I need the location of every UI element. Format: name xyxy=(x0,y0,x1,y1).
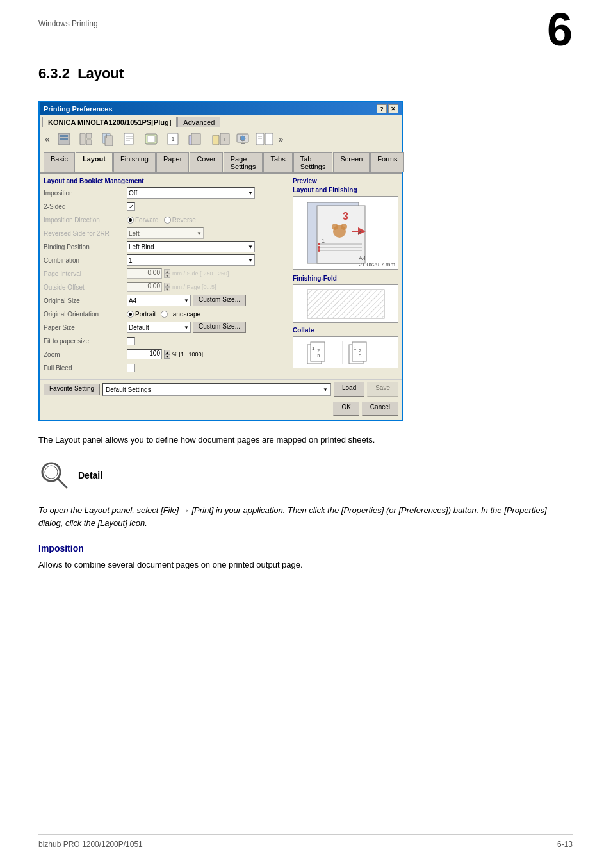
original-orientation-label: Original Orientation xyxy=(44,311,127,318)
dialog-footer-row2: OK Cancel xyxy=(40,399,402,420)
forms-icon[interactable] xyxy=(254,130,275,148)
tab-finishing[interactable]: Finishing xyxy=(113,152,156,172)
svg-rect-2 xyxy=(60,138,68,140)
combination-control: 1▼ xyxy=(127,254,289,266)
layout-icon[interactable] xyxy=(76,130,96,148)
full-bleed-checkbox[interactable] xyxy=(127,364,135,372)
svg-point-24 xyxy=(240,136,245,141)
outside-offset-input[interactable]: 0.00 xyxy=(127,282,162,292)
advanced-tab[interactable]: Advanced xyxy=(177,117,220,127)
save-button[interactable]: Save xyxy=(367,382,398,397)
basic-icon[interactable] xyxy=(54,130,74,148)
outside-offset-down[interactable]: ▼ xyxy=(164,287,170,291)
ok-button[interactable]: OK xyxy=(333,402,359,416)
fit-to-paper-row: Fit to paper size xyxy=(44,335,289,347)
page-footer: bizhub PRO 1200/1200P/1051 6-13 xyxy=(38,834,573,849)
svg-point-33 xyxy=(332,224,338,230)
load-button[interactable]: Load xyxy=(334,382,364,397)
svg-rect-9 xyxy=(124,133,133,145)
binding-position-row: Binding Position Left Bind▼ xyxy=(44,241,289,252)
printing-preferences-dialog: Printing Preferences ? ✕ KONICA MINOLTA1… xyxy=(38,101,573,421)
svg-text:1: 1 xyxy=(354,345,357,351)
body-text: The Layout panel allows you to define ho… xyxy=(38,434,573,446)
tab-tabs[interactable]: Tabs xyxy=(263,152,292,172)
full-bleed-control xyxy=(127,364,289,372)
forward-radio[interactable]: Forward xyxy=(127,217,159,224)
two-sided-checkbox[interactable]: ✓ xyxy=(127,202,135,211)
imposition-select[interactable]: Off▼ xyxy=(127,187,255,199)
svg-point-43 xyxy=(318,249,320,252)
svg-text:3: 3 xyxy=(359,353,362,359)
paper-icon[interactable] xyxy=(119,130,140,148)
combination-select[interactable]: 1▼ xyxy=(127,254,255,266)
zoom-control: 100 ▲ ▼ % [1...1000] xyxy=(127,349,289,359)
svg-rect-45 xyxy=(307,290,384,318)
tab-cover[interactable]: Cover xyxy=(190,152,222,172)
collate-box: 1 2 3 1 2 3 xyxy=(293,336,398,368)
icon-toolbar: « 1 xyxy=(40,127,402,151)
reverse-radio[interactable]: Reverse xyxy=(164,217,196,224)
original-size-custom-btn[interactable]: Custom Size... xyxy=(193,295,246,306)
zoom-down[interactable]: ▼ xyxy=(164,354,170,359)
tab-forms[interactable]: Forms xyxy=(370,152,404,172)
page-interval-control: 0.00 ▲ ▼ mm / Side [-250...250] xyxy=(127,268,289,279)
footer-left: bizhub PRO 1200/1200P/1051 xyxy=(38,840,143,849)
fit-to-paper-checkbox[interactable] xyxy=(127,337,135,345)
header-text: Windows Printing xyxy=(38,19,98,28)
tab-layout[interactable]: Layout xyxy=(76,152,113,172)
paper-size-select[interactable]: Default▼ xyxy=(127,322,191,333)
portrait-radio[interactable]: Portrait xyxy=(127,311,156,318)
reversed-side-select[interactable]: Left▼ xyxy=(127,227,204,239)
page-interval-label: Page Interval xyxy=(44,270,127,277)
detail-icon-row: Detail xyxy=(38,459,573,491)
imposition-direction-label: Imposition Direction xyxy=(44,217,127,224)
imposition-label: Imposition xyxy=(44,190,127,197)
preview-box: 3 xyxy=(293,196,398,270)
tab-paper[interactable]: Paper xyxy=(156,152,189,172)
page-interval-down[interactable]: ▼ xyxy=(164,274,170,278)
imposition-direction-control: Forward Reverse xyxy=(127,217,289,224)
favorite-setting-btn[interactable]: Favorite Setting xyxy=(44,384,100,395)
a4-label: A421.0x29.7 mm xyxy=(359,255,395,268)
chapter-number: 6 xyxy=(547,6,573,53)
original-size-select[interactable]: A4▼ xyxy=(127,295,191,306)
outside-offset-up[interactable]: ▲ xyxy=(164,283,170,287)
binding-position-select[interactable]: Left Bind▼ xyxy=(127,241,255,252)
zoom-input[interactable]: 100 xyxy=(127,349,162,359)
landscape-radio[interactable]: Landscape xyxy=(161,311,200,318)
tabs-icon[interactable] xyxy=(184,130,205,148)
paper-size-row: Paper Size Default▼ Custom Size... xyxy=(44,322,289,333)
help-button[interactable]: ? xyxy=(377,104,387,113)
screen-icon[interactable] xyxy=(232,130,253,148)
close-button[interactable]: ✕ xyxy=(388,104,398,113)
reversed-side-label: Reversed Side for 2RR xyxy=(44,230,127,237)
tab-settings-icon[interactable]: T xyxy=(211,130,231,148)
toolbar-forward-arrow[interactable]: » xyxy=(276,133,286,145)
dialog-right-panel: Preview Layout and Finishing 3 xyxy=(293,177,398,375)
favorite-select[interactable]: Default Settings▼ xyxy=(102,383,331,396)
svg-text:1: 1 xyxy=(312,345,315,351)
tab-screen[interactable]: Screen xyxy=(333,152,370,172)
zoom-up[interactable]: ▲ xyxy=(164,350,170,354)
cancel-button[interactable]: Cancel xyxy=(362,402,398,416)
tab-basic[interactable]: Basic xyxy=(44,152,75,172)
tab-tab-settings[interactable]: Tab Settings xyxy=(293,152,333,172)
page-settings-icon[interactable]: 1 xyxy=(163,130,183,148)
printer-name-tab[interactable]: KONICA MINOLTA1200/1051PS[Plug] xyxy=(42,117,177,127)
page-interval-input[interactable]: 0.00 xyxy=(127,268,162,279)
tab-row: Basic Layout Finishing Paper Cover Page … xyxy=(40,151,402,174)
cover-icon[interactable] xyxy=(141,130,161,148)
page-interval-up[interactable]: ▲ xyxy=(164,269,170,274)
svg-rect-4 xyxy=(86,133,92,138)
outside-offset-row: Outside Offset 0.00 ▲ ▼ mm / Page [0...5… xyxy=(44,281,289,293)
imposition-direction-row: Imposition Direction Forward Reverse xyxy=(44,214,289,225)
paper-size-custom-btn[interactable]: Custom Size... xyxy=(193,322,246,333)
page-interval-row: Page Interval 0.00 ▲ ▼ mm / Side [-250..… xyxy=(44,268,289,279)
finishing-icon[interactable] xyxy=(97,130,118,148)
tab-page-settings[interactable]: Page Settings xyxy=(224,152,263,172)
imposition-section-title: Imposition xyxy=(38,543,573,553)
svg-text:1: 1 xyxy=(322,238,325,244)
toolbar-back-arrow[interactable]: « xyxy=(42,133,53,145)
paper-size-control: Default▼ Custom Size... xyxy=(127,322,289,333)
original-orientation-control: Portrait Landscape xyxy=(127,311,289,318)
